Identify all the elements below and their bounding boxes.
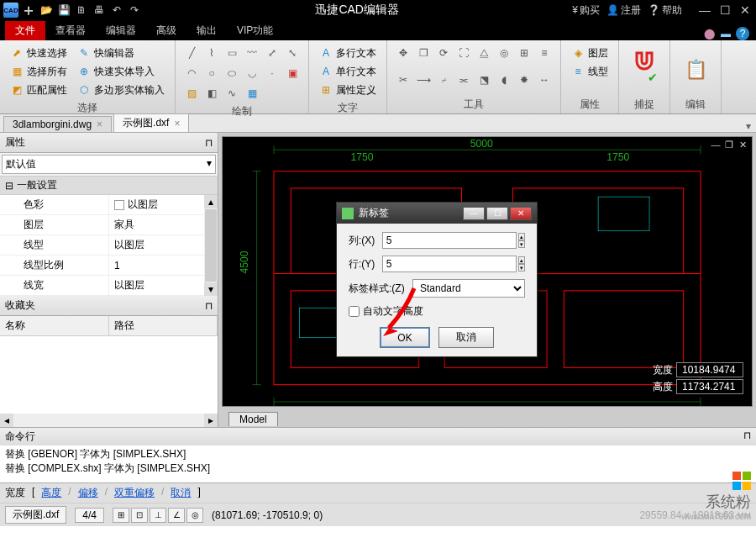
hatch-icon[interactable]: ▨ xyxy=(182,84,201,103)
poly-input-button[interactable]: ⬡多边形实体输入 xyxy=(74,81,168,99)
attdef-button[interactable]: ⊞属性定义 xyxy=(316,81,380,99)
ray-icon[interactable]: ⤡ xyxy=(283,44,302,62)
auto-height-checkbox[interactable] xyxy=(349,306,360,317)
snap-toggle[interactable]: ⊞ xyxy=(113,508,129,523)
register-button[interactable]: 👤注册 xyxy=(606,3,641,18)
copy-icon[interactable]: ❐ xyxy=(414,44,433,62)
prop-row[interactable]: 线型比例1 xyxy=(0,256,218,276)
capture-button[interactable]: ✔ xyxy=(626,44,663,96)
new-icon[interactable]: ＋ xyxy=(21,3,36,18)
linetype-button[interactable]: ≡线型 xyxy=(568,62,612,81)
cancel-link[interactable]: 取消 xyxy=(171,486,191,500)
tab-output[interactable]: 输出 xyxy=(186,21,227,40)
scroll-thumb[interactable] xyxy=(205,209,217,282)
dialog-minimize-icon[interactable]: — xyxy=(463,207,485,220)
rev-icon[interactable]: 〰 xyxy=(243,44,261,62)
scroll-left-icon[interactable]: ◂ xyxy=(0,414,13,427)
fav-col-name[interactable]: 名称 xyxy=(0,316,109,335)
spin-down-icon[interactable]: ▾ xyxy=(518,264,525,272)
pin-icon[interactable]: ⊓ xyxy=(205,137,213,149)
row-spinner[interactable]: ▴▾ xyxy=(518,256,525,272)
prop-row[interactable]: 线型以图层 xyxy=(0,235,218,256)
model-tab[interactable]: Model xyxy=(228,412,278,426)
offset-icon[interactable]: ◎ xyxy=(495,44,513,62)
align-icon[interactable]: ≡ xyxy=(535,44,554,62)
file-tabs-dropdown[interactable]: ▾ xyxy=(741,120,756,132)
array-icon[interactable]: ⊞ xyxy=(515,44,533,62)
break-icon[interactable]: ⌿ xyxy=(434,71,453,89)
quick-edit-button[interactable]: ✎快编辑器 xyxy=(74,44,168,62)
maximize-icon[interactable]: ☐ xyxy=(717,3,732,18)
edit-big-button[interactable]: 📋 xyxy=(677,44,714,96)
prop-row[interactable]: 色彩以图层 xyxy=(0,195,218,215)
extend-icon[interactable]: ⟶ xyxy=(414,71,433,89)
props-default-combo[interactable]: 默认值 ▾ xyxy=(2,155,216,174)
spin-down-icon[interactable]: ▾ xyxy=(518,240,525,248)
join-icon[interactable]: ⫘ xyxy=(454,71,473,89)
undo-icon[interactable]: ↶ xyxy=(109,3,124,18)
tab-vip[interactable]: VIP功能 xyxy=(227,21,283,40)
xline-icon[interactable]: ⤢ xyxy=(263,44,281,62)
explode-icon[interactable]: ✸ xyxy=(515,71,533,89)
dialog-maximize-icon[interactable]: ☐ xyxy=(486,207,508,220)
buy-button[interactable]: ¥购买 xyxy=(572,3,600,18)
props-section-general[interactable]: ⊟ 一般设置 xyxy=(0,176,218,195)
polar-toggle[interactable]: ∠ xyxy=(168,508,185,523)
match-prop-button[interactable]: ◩匹配属性 xyxy=(7,81,71,99)
dialog-close-icon[interactable]: ✕ xyxy=(510,207,532,220)
stretch-icon[interactable]: ↔ xyxy=(535,71,554,89)
chamfer-icon[interactable]: ⬔ xyxy=(475,71,493,89)
polyline-icon[interactable]: ⌇ xyxy=(202,44,221,62)
scrollbar[interactable]: ▴▾ xyxy=(204,195,218,296)
close-icon[interactable]: ✕ xyxy=(738,3,753,18)
pin-icon[interactable]: ⊓ xyxy=(743,430,751,444)
double-offset-link[interactable]: 双重偏移 xyxy=(114,486,155,500)
help-button[interactable]: ❔帮助 xyxy=(648,3,682,18)
spline-icon[interactable]: ∿ xyxy=(223,84,241,103)
ortho-toggle[interactable]: ⊥ xyxy=(150,508,166,523)
tab-editor[interactable]: 编辑器 xyxy=(96,21,146,40)
table-icon[interactable]: ▦ xyxy=(243,84,261,103)
print-icon[interactable]: 🖶 xyxy=(92,3,107,18)
spin-up-icon[interactable]: ▴ xyxy=(518,233,525,240)
prop-row[interactable]: 图层家具 xyxy=(0,215,218,235)
tab-file[interactable]: 文件 xyxy=(5,21,45,40)
prop-row[interactable]: 线宽以图层 xyxy=(0,276,218,296)
fillet-icon[interactable]: ◖ xyxy=(495,71,513,89)
rotate-icon[interactable]: ⟳ xyxy=(434,44,453,62)
minimize-ribbon-icon[interactable]: ▬ xyxy=(719,27,732,40)
scroll-right-icon[interactable]: ▸ xyxy=(204,414,218,427)
file-tab-1[interactable]: 3dlamborgini.dwg× xyxy=(3,116,112,132)
scrollbar-h[interactable]: ◂▸ xyxy=(0,414,218,427)
tab-advanced[interactable]: 高级 xyxy=(146,21,186,40)
style-select[interactable]: Standard xyxy=(412,279,525,298)
open-icon[interactable]: 📂 xyxy=(39,3,54,18)
offset-link[interactable]: 偏移 xyxy=(78,486,98,500)
earc-icon[interactable]: ◡ xyxy=(243,64,261,82)
mtext-button[interactable]: A多行文本 xyxy=(316,44,380,62)
command-log[interactable]: 替换 [GBENOR] 字体为 [SIMPLEX.SHX] 替换 [COMPLE… xyxy=(0,445,756,482)
style-icon[interactable]: ⬤ xyxy=(702,27,716,40)
fav-col-path[interactable]: 路径 xyxy=(109,316,218,335)
grid-toggle[interactable]: ⊡ xyxy=(131,508,148,523)
height-link[interactable]: 高度 xyxy=(41,486,61,500)
auto-height-check[interactable]: 自动文字高度 xyxy=(349,304,525,319)
quick-select-button[interactable]: ⬈快速选择 xyxy=(7,44,71,62)
layer-button[interactable]: ◈图层 xyxy=(568,44,612,62)
minimize-icon[interactable]: — xyxy=(697,3,712,18)
ellipse-icon[interactable]: ⬭ xyxy=(223,64,241,82)
spin-up-icon[interactable]: ▴ xyxy=(518,256,525,264)
scroll-down-icon[interactable]: ▾ xyxy=(204,282,218,296)
stext-button[interactable]: A单行文本 xyxy=(316,62,380,81)
move-icon[interactable]: ✥ xyxy=(394,44,412,62)
pin-icon[interactable]: ⊓ xyxy=(205,300,213,312)
select-all-button[interactable]: ▦选择所有 xyxy=(7,62,71,81)
scroll-up-icon[interactable]: ▴ xyxy=(204,195,218,208)
mirror-icon[interactable]: ⧋ xyxy=(475,44,493,62)
redo-icon[interactable]: ↷ xyxy=(127,3,142,18)
scale-icon[interactable]: ⛶ xyxy=(454,44,473,62)
line-icon[interactable]: ╱ xyxy=(182,44,201,62)
col-input[interactable] xyxy=(382,232,517,249)
rect-icon[interactable]: ▭ xyxy=(223,44,241,62)
gradient-icon[interactable]: ◧ xyxy=(202,84,221,103)
